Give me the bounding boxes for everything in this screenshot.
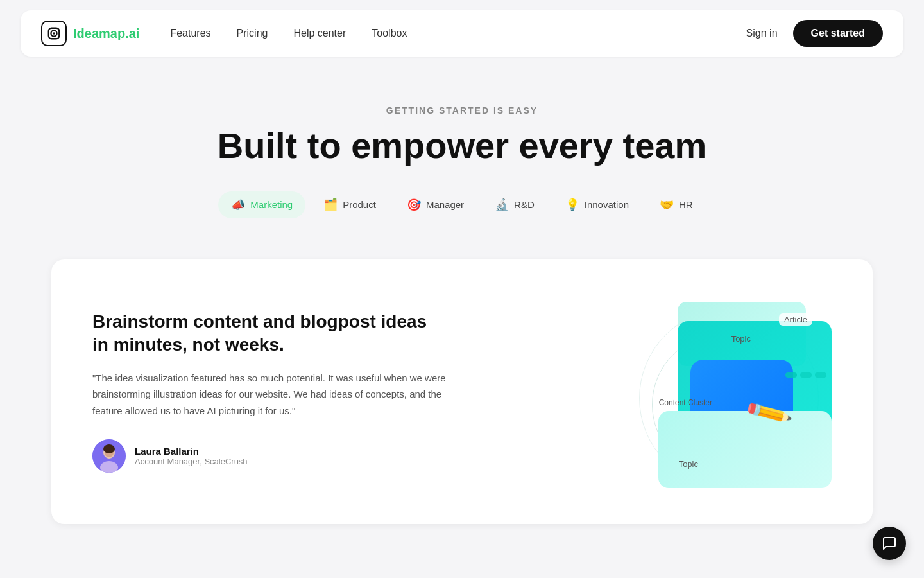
team-tabs: 📣 Marketing 🗂️ Product 🎯 Manager 🔬 R&D 💡… [21,191,903,218]
hero-subtitle: GETTING STARTED IS EASY [21,105,903,116]
logo-name: Ideamap [73,26,125,40]
content-card: Brainstorm content and blogpost ideas in… [51,259,873,524]
avatar-svg [92,439,126,473]
card-title: Brainstorm content and blogpost ideas in… [92,310,447,357]
tab-rd-label: R&D [514,199,535,210]
card-author: Laura Ballarin Account Manager, ScaleCru… [92,439,447,473]
nav-toolbox[interactable]: Toolbox [372,28,407,39]
manager-icon: 🎯 [407,198,421,212]
tab-marketing[interactable]: 📣 Marketing [218,191,305,218]
nav-pricing[interactable]: Pricing [237,28,268,39]
tab-rd[interactable]: 🔬 R&D [482,191,547,218]
hr-icon: 🤝 [660,198,674,212]
nav-helpcenter[interactable]: Help center [293,28,346,39]
card-illustration: ✏️ Article Topic Content Cluster Topic [488,295,832,488]
hero-section: GETTING STARTED IS EASY Built to empower… [0,67,924,259]
logo-svg [47,26,61,40]
logo-text: Ideamap.ai [73,26,139,41]
hero-title: Built to empower every team [21,126,903,166]
chat-widget-button[interactable] [873,527,906,560]
innovation-icon: 💡 [565,198,579,212]
tab-innovation-label: Innovation [585,199,629,210]
dot-1 [785,372,797,378]
nav-links: Features Pricing Help center Toolbox [170,28,746,39]
rd-icon: 🔬 [495,198,509,212]
logo[interactable]: Ideamap.ai [41,21,139,46]
label-cluster: Content Cluster [654,397,717,408]
card-left: Brainstorm content and blogpost ideas in… [92,310,447,473]
product-icon: 🗂️ [323,198,338,212]
card-quote: "The idea visualization featured has so … [92,370,447,419]
label-topic1: Topic [726,333,756,345]
chat-widget-icon [882,536,897,551]
teal-small-card [658,411,832,488]
tab-marketing-label: Marketing [250,199,293,210]
dot-2 [800,372,812,378]
tab-manager[interactable]: 🎯 Manager [394,191,477,218]
label-topic2: Topic [674,458,703,470]
sign-in-button[interactable]: Sign in [746,28,778,39]
tab-innovation[interactable]: 💡 Innovation [552,191,642,218]
tab-product-label: Product [343,199,376,210]
avatar [92,439,126,473]
nav-right: Sign in Get started [746,20,883,47]
illustration: ✏️ Article Topic Content Cluster Topic [488,295,832,488]
tab-product[interactable]: 🗂️ Product [311,191,389,218]
tab-hr[interactable]: 🤝 HR [647,191,706,218]
navbar: Ideamap.ai Features Pricing Help center … [21,10,903,57]
author-name: Laura Ballarin [135,446,248,457]
label-article: Article [779,313,812,326]
dot-3 [815,372,826,378]
marketing-icon: 📣 [231,198,245,212]
svg-point-2 [53,32,55,35]
tab-hr-label: HR [679,199,693,210]
dots-row [785,372,826,378]
svg-point-8 [104,445,114,451]
tab-manager-label: Manager [426,199,464,210]
author-info: Laura Ballarin Account Manager, ScaleCru… [135,446,248,466]
logo-icon [41,21,67,46]
logo-suffix: .ai [125,26,139,40]
nav-features[interactable]: Features [170,28,210,39]
author-role: Account Manager, ScaleCrush [135,457,248,466]
get-started-button[interactable]: Get started [793,20,883,47]
